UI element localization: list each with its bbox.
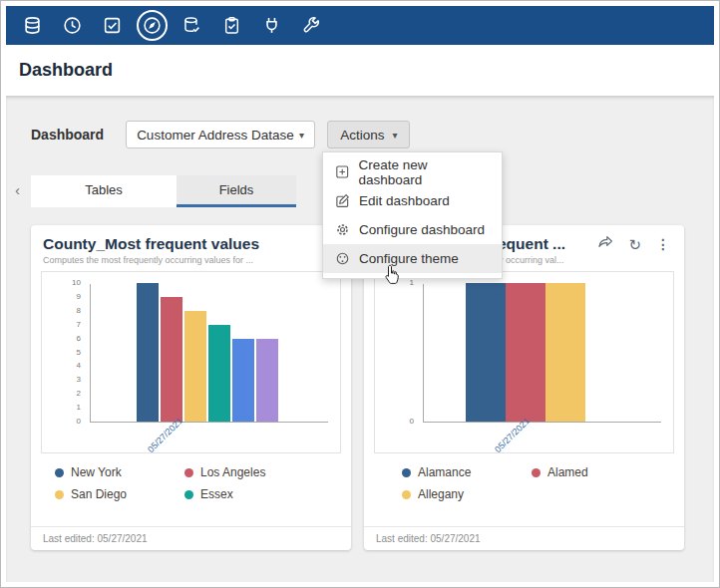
chart-legend: AlamanceAlamedAllegany (364, 465, 684, 509)
bar-series-5[interactable] (256, 339, 278, 422)
bar-los-angeles[interactable] (161, 297, 182, 422)
plus-square-icon (335, 164, 349, 179)
database-check-icon[interactable] (172, 6, 211, 45)
active-icon-ring (137, 10, 168, 41)
bar-chart: 012345678910 05/27/2021 (41, 271, 341, 453)
bar-series-4[interactable] (232, 339, 254, 422)
legend-dot (55, 468, 64, 477)
plot-area (423, 284, 661, 423)
tabs-scroll-left-icon[interactable]: ‹ (15, 181, 20, 198)
y-axis: 012345678910 (42, 284, 86, 423)
check-square-icon[interactable] (92, 6, 132, 45)
menu-item-edit-dashboard[interactable]: Edit dashboard (323, 186, 502, 215)
gear-icon (335, 222, 350, 237)
wrench-icon[interactable] (291, 6, 331, 45)
refresh-icon[interactable]: ↻ (628, 237, 641, 252)
bar-alamance[interactable] (466, 283, 506, 422)
legend-item-essex[interactable]: Essex (184, 487, 314, 501)
y-tick-label: 6 (77, 335, 81, 343)
legend-label: New York (71, 465, 122, 479)
legend-item-alamed[interactable]: Alamed (532, 465, 661, 479)
y-tick-label: 7 (77, 321, 81, 329)
gauge-icon[interactable] (132, 6, 172, 45)
tab-fields[interactable]: Fields (177, 175, 296, 207)
menu-item-label: Configure theme (359, 251, 459, 266)
legend-label: Los Angeles (200, 465, 265, 479)
database-icon[interactable] (12, 6, 52, 45)
legend-label: Alamed (547, 465, 588, 479)
legend-dot (532, 468, 540, 477)
legend-item-los-angeles[interactable]: Los Angeles (184, 465, 314, 479)
app-window: Dashboard Dashboard Customer Address Dat… (0, 0, 720, 588)
card-county-most-frequent-values: County_Most frequent values ↻ Computes t… (31, 225, 351, 550)
bar-chart: 01 05/27/2021 (374, 271, 674, 453)
legend-item-new-york[interactable]: New York (55, 465, 184, 479)
legend-dot (55, 490, 64, 499)
pencil-square-icon (335, 193, 350, 208)
y-tick-label: 0 (77, 418, 81, 426)
tab-tables[interactable]: Tables (31, 175, 177, 207)
share-icon[interactable] (597, 235, 613, 253)
menu-item-create-new-dashboard[interactable]: Create new dashboard (323, 157, 502, 186)
card-header: County_Most frequent values ↻ (31, 225, 351, 253)
y-tick-label: 2 (77, 390, 81, 398)
legend-dot (402, 490, 411, 499)
card-actions: ↻ ⋮ (597, 235, 670, 253)
card-footer: Last edited: 05/27/2021 (31, 526, 351, 550)
menu-item-label: Edit dashboard (359, 193, 450, 208)
card-subtitle: Computes the most frequently occurring v… (31, 253, 351, 265)
page-title: Dashboard (19, 60, 113, 81)
card-title: County_Most frequent values (43, 235, 259, 253)
legend-label: Essex (200, 487, 233, 501)
tabs-bar: Tables Fields (31, 175, 296, 207)
actions-button-label: Actions (340, 128, 384, 143)
dashboard-section-label: Dashboard (31, 127, 104, 143)
legend-label: Alamance (418, 465, 471, 479)
content-area: Dashboard Customer Address Datase ▾ Acti… (6, 96, 714, 582)
legend-label: San Diego (71, 487, 127, 501)
y-tick-label: 8 (77, 307, 81, 315)
legend-item-allegany[interactable]: Allegany (402, 487, 532, 501)
y-tick-label: 9 (77, 293, 81, 301)
menu-item-label: Create new dashboard (358, 157, 490, 187)
bar-new-york[interactable] (137, 283, 159, 422)
y-tick-label: 0 (410, 418, 414, 426)
y-tick-label: 3 (77, 376, 81, 384)
legend-label: Allegany (418, 487, 464, 501)
top-navbar (6, 6, 714, 45)
y-tick-label: 1 (410, 279, 414, 287)
menu-item-label: Configure dashboard (359, 222, 485, 237)
legend-dot (402, 468, 411, 477)
clock-icon[interactable] (52, 6, 92, 45)
tab-tables-label: Tables (85, 182, 123, 197)
dataset-select[interactable]: Customer Address Datase ▾ (126, 121, 315, 148)
bar-allegany[interactable] (545, 283, 585, 422)
bar-san-diego[interactable] (184, 311, 206, 422)
y-axis: 01 (375, 284, 419, 423)
y-tick-label: 1 (77, 404, 81, 412)
caret-down-icon: ▾ (392, 130, 397, 141)
card-footer: Last edited: 05/27/2021 (364, 526, 684, 550)
card-title: equent ... (498, 235, 565, 253)
toolbar: Dashboard Customer Address Datase ▾ Acti… (31, 121, 410, 148)
y-tick-label: 5 (77, 349, 81, 357)
tab-fields-label: Fields (219, 182, 254, 197)
menu-item-configure-dashboard[interactable]: Configure dashboard (323, 215, 502, 244)
bar-essex[interactable] (208, 325, 230, 422)
actions-button[interactable]: Actions ▾ (327, 121, 410, 148)
kebab-menu-icon[interactable]: ⋮ (656, 237, 670, 251)
legend-dot (184, 468, 193, 477)
bar-alamed[interactable] (506, 283, 545, 422)
clipboard-check-icon[interactable] (211, 6, 251, 45)
actions-menu: Create new dashboard Edit dashboard Conf… (322, 151, 503, 279)
menu-item-configure-theme[interactable]: Configure theme (323, 244, 502, 273)
legend-item-san-diego[interactable]: San Diego (55, 487, 184, 501)
plot-area (90, 284, 328, 423)
plug-icon[interactable] (251, 6, 291, 45)
caret-down-icon: ▾ (299, 130, 304, 141)
page-header: Dashboard (6, 45, 714, 96)
legend-item-alamance[interactable]: Alamance (402, 465, 532, 479)
y-tick-label: 10 (72, 279, 81, 287)
chart-legend: New YorkLos AngelesSan DiegoEssex (31, 465, 351, 509)
dataset-select-value: Customer Address Datase (137, 128, 294, 143)
